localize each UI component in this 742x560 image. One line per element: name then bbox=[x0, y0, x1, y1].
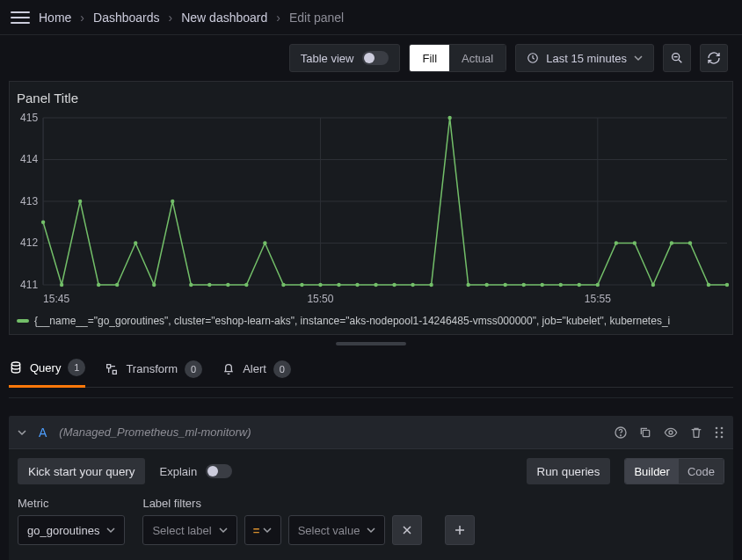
builder-code-segment: Builder Code bbox=[624, 458, 724, 484]
collapse-toggle[interactable] bbox=[18, 428, 26, 437]
svg-point-52 bbox=[651, 283, 655, 287]
remove-filter-button[interactable] bbox=[392, 515, 422, 545]
value-select[interactable]: Select value bbox=[288, 515, 386, 545]
value-select-placeholder: Select value bbox=[298, 524, 360, 537]
drag-handle[interactable] bbox=[714, 425, 724, 440]
svg-text:414: 414 bbox=[20, 154, 38, 166]
svg-point-32 bbox=[281, 283, 285, 287]
svg-point-40 bbox=[429, 283, 433, 287]
svg-point-20 bbox=[60, 283, 63, 287]
builder-mode[interactable]: Builder bbox=[625, 459, 678, 484]
svg-point-61 bbox=[669, 431, 673, 434]
transform-icon bbox=[105, 362, 119, 376]
svg-point-65 bbox=[721, 431, 724, 433]
svg-point-22 bbox=[97, 283, 100, 287]
svg-point-24 bbox=[134, 241, 137, 244]
time-series-chart[interactable]: 41141241341441515:4515:5015:55 bbox=[10, 109, 732, 311]
svg-point-45 bbox=[522, 283, 526, 287]
tab-alert-label: Alert bbox=[243, 362, 266, 375]
add-filter-button[interactable] bbox=[445, 515, 475, 545]
explain-label: Explain bbox=[159, 465, 197, 478]
tab-query-count: 1 bbox=[68, 359, 85, 376]
chevron-down-icon bbox=[634, 54, 643, 62]
svg-text:411: 411 bbox=[20, 279, 38, 291]
svg-point-28 bbox=[207, 283, 211, 287]
toggle-visibility-button[interactable] bbox=[663, 425, 679, 440]
eye-icon bbox=[663, 425, 679, 440]
svg-point-30 bbox=[244, 283, 248, 287]
time-range-picker[interactable]: Last 15 minutes bbox=[515, 44, 654, 72]
fill-option[interactable]: Fill bbox=[410, 45, 449, 71]
svg-point-25 bbox=[152, 283, 156, 287]
label-select-placeholder: Select label bbox=[152, 524, 211, 537]
panel: Panel Title 41141241341441515:4515:5015:… bbox=[9, 81, 733, 335]
svg-point-42 bbox=[466, 283, 469, 287]
table-view-label: Table view bbox=[301, 52, 354, 65]
clock-icon bbox=[527, 52, 539, 64]
crumb-dashboards[interactable]: Dashboards bbox=[93, 11, 160, 25]
svg-point-29 bbox=[226, 283, 229, 287]
kickstart-button[interactable]: Kick start your query bbox=[18, 458, 145, 484]
svg-point-54 bbox=[688, 241, 692, 244]
label-select[interactable]: Select label bbox=[142, 515, 236, 545]
svg-text:15:50: 15:50 bbox=[307, 293, 333, 305]
query-tabs: Query 1 Transform 0 Alert 0 bbox=[9, 349, 733, 388]
help-icon bbox=[614, 425, 628, 440]
refresh-button[interactable] bbox=[700, 44, 728, 72]
metric-select[interactable]: go_goroutines bbox=[18, 515, 125, 545]
zoom-out-button[interactable] bbox=[663, 44, 691, 72]
tab-transform[interactable]: Transform 0 bbox=[105, 349, 202, 388]
operator-select[interactable]: = bbox=[244, 515, 281, 545]
time-range-label: Last 15 minutes bbox=[546, 52, 627, 65]
svg-point-34 bbox=[318, 283, 322, 287]
chevron-down-icon bbox=[219, 526, 228, 535]
toggle-switch-icon bbox=[206, 464, 232, 478]
svg-point-64 bbox=[716, 431, 718, 433]
svg-point-51 bbox=[633, 241, 637, 244]
delete-button[interactable] bbox=[689, 425, 703, 440]
panel-resize-handle[interactable] bbox=[0, 342, 742, 345]
toggle-switch-icon bbox=[362, 51, 389, 65]
duplicate-button[interactable] bbox=[638, 425, 652, 440]
tab-query[interactable]: Query 1 bbox=[9, 349, 85, 388]
tab-transform-label: Transform bbox=[126, 362, 178, 375]
menu-button[interactable] bbox=[11, 8, 30, 27]
svg-point-50 bbox=[615, 241, 618, 244]
chart-legend[interactable]: {__name__="go_goroutines", cluster="esho… bbox=[10, 311, 732, 334]
svg-point-26 bbox=[171, 200, 174, 203]
crumb-edit-panel: Edit panel bbox=[289, 11, 344, 25]
chevron-right-icon: › bbox=[276, 11, 280, 25]
explain-toggle[interactable]: Explain bbox=[159, 464, 232, 478]
help-button[interactable] bbox=[614, 425, 628, 440]
crumb-new-dashboard[interactable]: New dashboard bbox=[181, 11, 267, 25]
table-view-toggle[interactable]: Table view bbox=[289, 44, 401, 72]
svg-point-35 bbox=[337, 283, 340, 287]
actual-option[interactable]: Actual bbox=[449, 45, 506, 71]
svg-point-31 bbox=[263, 241, 266, 244]
plus-icon bbox=[455, 525, 465, 535]
svg-point-19 bbox=[41, 221, 45, 224]
svg-point-37 bbox=[374, 283, 377, 287]
fill-actual-segment: Fill Actual bbox=[409, 44, 506, 72]
svg-text:412: 412 bbox=[20, 237, 38, 250]
svg-point-44 bbox=[503, 283, 506, 287]
svg-point-59 bbox=[621, 434, 622, 435]
bell-icon bbox=[222, 362, 236, 376]
svg-point-21 bbox=[78, 200, 82, 203]
svg-text:15:55: 15:55 bbox=[585, 293, 611, 305]
tab-alert[interactable]: Alert 0 bbox=[222, 349, 291, 388]
chevron-down-icon bbox=[263, 526, 272, 535]
run-queries-button[interactable]: Run queries bbox=[527, 458, 611, 484]
label-filters-label: Label filters bbox=[142, 497, 475, 510]
query-letter[interactable]: A bbox=[39, 425, 47, 440]
tab-alert-count: 0 bbox=[273, 360, 291, 378]
svg-point-36 bbox=[355, 283, 359, 287]
legend-color-swatch bbox=[17, 319, 29, 323]
crumb-home[interactable]: Home bbox=[39, 11, 71, 25]
code-mode[interactable]: Code bbox=[679, 459, 724, 484]
svg-point-63 bbox=[721, 426, 724, 429]
operator-value: = bbox=[253, 524, 260, 537]
tab-transform-count: 0 bbox=[185, 360, 202, 378]
tab-query-label: Query bbox=[30, 361, 61, 375]
copy-icon bbox=[638, 425, 652, 440]
